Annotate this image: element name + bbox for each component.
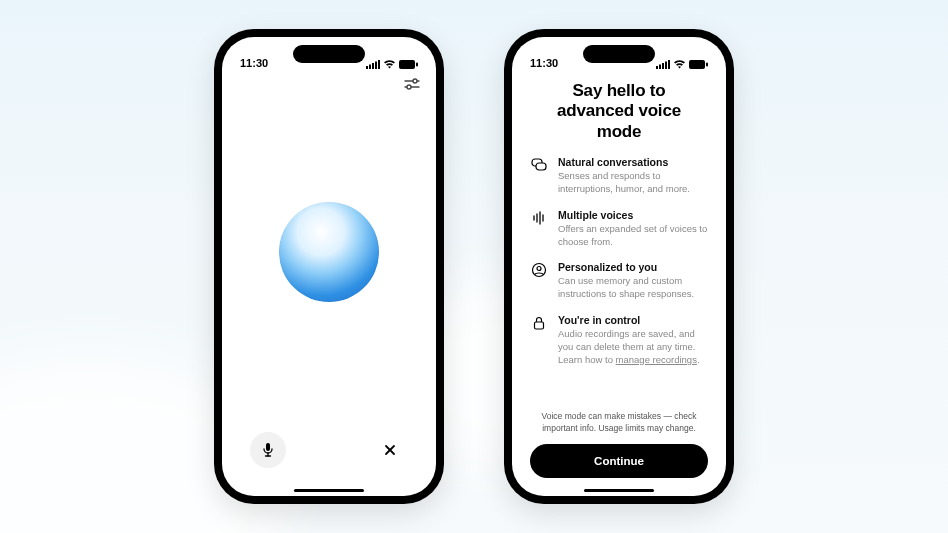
svg-point-8 [413, 79, 417, 83]
topbar [222, 71, 436, 101]
feature-title: You're in control [558, 314, 708, 326]
feature-desc: Senses and responds to interruptions, hu… [558, 170, 708, 196]
manage-recordings-link[interactable]: manage recordings [616, 354, 697, 365]
home-indicator [294, 489, 364, 492]
feature-title: Multiple voices [558, 209, 708, 221]
svg-point-10 [407, 85, 411, 89]
svg-rect-4 [378, 60, 380, 69]
svg-rect-2 [372, 63, 374, 69]
soundwave-icon [530, 209, 548, 249]
home-indicator [584, 489, 654, 492]
svg-rect-3 [375, 62, 377, 70]
battery-icon [689, 60, 708, 69]
status-indicators [366, 60, 418, 69]
continue-label: Continue [594, 455, 644, 467]
screen: 11:30 [222, 37, 436, 496]
svg-point-30 [537, 267, 541, 271]
svg-rect-6 [416, 63, 418, 67]
feature-desc: Offers an expanded set of voices to choo… [558, 223, 708, 249]
svg-rect-1 [369, 65, 371, 70]
person-circle-icon [530, 261, 548, 301]
svg-rect-20 [668, 60, 670, 69]
sliders-icon[interactable] [404, 77, 420, 95]
close-button[interactable] [372, 432, 408, 468]
screen: 11:30 Say hello to advanced voice mode N… [512, 37, 726, 496]
close-icon [383, 443, 397, 457]
feature-row: Natural conversations Senses and respond… [530, 156, 708, 196]
phone-intro-sheet: 11:30 Say hello to advanced voice mode N… [504, 29, 734, 504]
intro-footer: Voice mode can make mistakes — check imp… [530, 411, 708, 496]
bottom-controls [222, 422, 436, 496]
svg-rect-19 [665, 62, 667, 70]
svg-rect-17 [659, 65, 661, 70]
wifi-icon [673, 60, 686, 69]
notch [583, 45, 655, 63]
feature-row: Personalized to you Can use memory and c… [530, 261, 708, 301]
status-indicators [656, 60, 708, 69]
feature-title: Natural conversations [558, 156, 708, 168]
continue-button[interactable]: Continue [530, 444, 708, 478]
mic-icon [261, 442, 275, 458]
disclaimer-text: Voice mode can make mistakes — check imp… [536, 411, 702, 434]
svg-rect-31 [535, 322, 544, 329]
mic-button[interactable] [250, 432, 286, 468]
intro-body: Say hello to advanced voice mode Natural… [512, 71, 726, 496]
svg-rect-22 [706, 63, 708, 67]
wifi-icon [383, 60, 396, 69]
svg-rect-0 [366, 66, 368, 69]
svg-rect-11 [266, 443, 270, 451]
feature-title: Personalized to you [558, 261, 708, 273]
voice-orb [279, 202, 379, 302]
feature-row: Multiple voices Offers an expanded set o… [530, 209, 708, 249]
status-time: 11:30 [240, 57, 268, 69]
notch [293, 45, 365, 63]
cellular-icon [656, 60, 670, 69]
voice-orb-area [222, 101, 436, 422]
svg-rect-24 [536, 163, 546, 170]
chat-bubbles-icon [530, 156, 548, 196]
svg-rect-16 [656, 66, 658, 69]
page-title: Say hello to advanced voice mode [536, 81, 702, 142]
status-time: 11:30 [530, 57, 558, 69]
feature-desc: Can use memory and custom instructions t… [558, 275, 708, 301]
feature-desc: Audio recordings are saved, and you can … [558, 328, 708, 366]
svg-rect-18 [662, 63, 664, 69]
battery-icon [399, 60, 418, 69]
feature-row: You're in control Audio recordings are s… [530, 314, 708, 366]
svg-rect-5 [399, 60, 415, 69]
svg-rect-21 [689, 60, 705, 69]
lock-icon [530, 314, 548, 366]
phone-voice-mode: 11:30 [214, 29, 444, 504]
cellular-icon [366, 60, 380, 69]
